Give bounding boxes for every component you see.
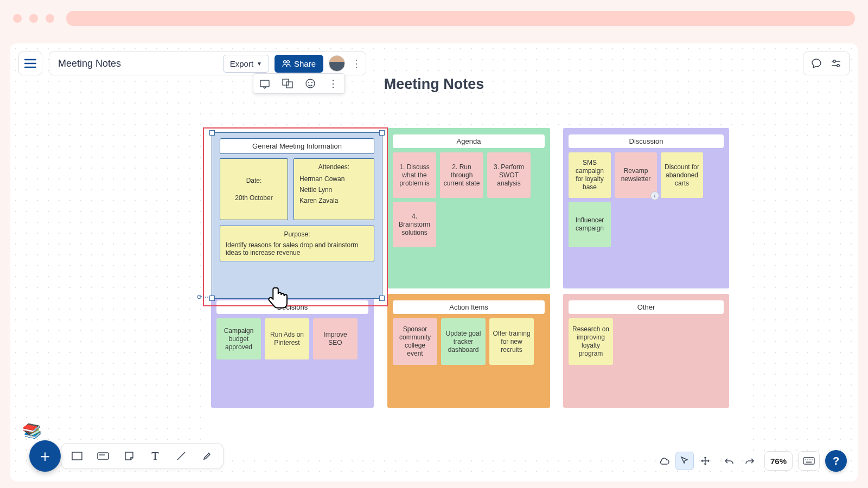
comments-button[interactable]	[808, 55, 825, 72]
document-title[interactable]: Meeting Notes	[58, 58, 218, 69]
agenda-note[interactable]: 2. Run through current state	[440, 152, 483, 198]
action-note[interactable]: Sponsor community college event	[393, 318, 437, 365]
attendees-cell[interactable]: Attendees: Herman Cowan Nettie Lynn Kare…	[293, 158, 374, 220]
export-label: Export	[230, 59, 253, 68]
share-button[interactable]: Share	[275, 55, 323, 73]
section-discussion[interactable]: Discussion SMS campaign for loyalty base…	[563, 128, 729, 288]
user-avatar[interactable]	[329, 55, 345, 72]
resize-handle-br[interactable]	[379, 296, 385, 301]
discussion-note[interactable]: Influencer campaign	[569, 202, 611, 247]
export-button[interactable]: Export ▼	[223, 55, 269, 73]
section-header: Other	[569, 300, 724, 314]
highlighter-icon	[201, 450, 213, 462]
traffic-light-zoom[interactable]	[46, 14, 54, 23]
action-note[interactable]: Update goal tracker dashboard	[441, 318, 486, 365]
svg-rect-11	[98, 453, 108, 459]
discussion-note[interactable]: Discount for abandoned carts	[661, 152, 703, 198]
discussion-note[interactable]: SMS campaign for loyalty base	[569, 152, 611, 198]
general-info-card[interactable]: ⟳⋯ General Meeting Information Date: 20t…	[212, 132, 382, 299]
svg-point-15	[805, 459, 806, 460]
redo-button[interactable]	[741, 452, 759, 470]
keyboard-shortcuts-button[interactable]	[798, 451, 820, 471]
keyboard-icon	[803, 457, 815, 465]
attendees-label: Attendees:	[299, 163, 368, 171]
attendee-name: Herman Cowan	[299, 175, 368, 183]
cursor-icon	[680, 456, 690, 466]
share-label: Share	[294, 59, 316, 68]
zoom-level[interactable]: 76%	[764, 451, 793, 471]
card-tool[interactable]	[93, 446, 113, 466]
other-note[interactable]: Research on improving loyalty program	[569, 318, 613, 365]
svg-point-3	[837, 65, 839, 67]
discussion-note[interactable]: Revamp newsletter i	[615, 152, 657, 198]
info-badge-icon[interactable]: i	[650, 191, 659, 200]
section-action-items[interactable]: Action Items Sponsor community college e…	[387, 294, 550, 408]
undo-icon	[724, 457, 735, 465]
traffic-light-close[interactable]	[13, 14, 22, 23]
speech-bubble-icon	[810, 57, 822, 69]
line-icon	[175, 450, 187, 462]
decision-note[interactable]: Run Ads on Pinterest	[265, 318, 309, 359]
question-icon: ?	[833, 455, 839, 467]
highlighter-tool[interactable]	[197, 446, 218, 466]
attendee-name: Karen Zavala	[299, 197, 368, 204]
sticky-note-tool[interactable]	[119, 446, 139, 466]
more-options-button[interactable]: ⋮	[350, 57, 362, 69]
general-info-header: General Meeting Information	[220, 138, 374, 154]
date-label: Date:	[226, 177, 282, 184]
svg-point-16	[807, 459, 808, 460]
resize-handle-bl[interactable]	[209, 296, 215, 301]
purpose-text: Identify reasons for sales drop and brai…	[226, 241, 368, 256]
section-header: Discussion	[569, 134, 724, 148]
main-menu-button[interactable]	[18, 52, 42, 75]
section-other[interactable]: Other Research on improving loyalty prog…	[563, 294, 729, 408]
move-icon	[700, 456, 710, 466]
decision-note[interactable]: Campaign budget approved	[216, 318, 261, 359]
agenda-note[interactable]: 3. Perform SWOT analysis	[487, 152, 531, 198]
line-tool[interactable]	[171, 446, 192, 466]
hamburger-icon	[24, 59, 36, 68]
sticky-note-icon	[124, 451, 135, 461]
purpose-label: Purpose:	[226, 230, 368, 238]
section-decisions[interactable]: Decisions Campaign budget approved Run A…	[211, 294, 374, 408]
cloud-sync-button[interactable]	[655, 452, 673, 470]
svg-point-1	[287, 61, 290, 63]
date-cell[interactable]: Date: 20th October	[220, 158, 288, 220]
app-window: Meeting Notes Export ▼ Share ⋮	[10, 43, 858, 481]
pan-mode-button[interactable]	[696, 452, 714, 470]
date-value: 20th October	[226, 194, 282, 202]
help-button[interactable]: ?	[825, 450, 847, 472]
add-button[interactable]: 📚 ＋	[29, 440, 61, 472]
svg-point-2	[833, 60, 835, 62]
decision-note[interactable]: Improve SEO	[313, 318, 358, 359]
resize-handle-tl[interactable]	[209, 130, 215, 136]
svg-line-13	[177, 452, 185, 460]
section-general-info-selected[interactable]: ⟳⋯ General Meeting Information Date: 20t…	[203, 127, 388, 306]
svg-point-18	[812, 459, 813, 460]
section-header: Action Items	[393, 300, 545, 314]
document-bar: Meeting Notes Export ▼ Share ⋮	[49, 52, 366, 75]
svg-rect-14	[803, 458, 814, 464]
attendee-name: Nettie Lynn	[299, 186, 368, 194]
rotate-handle[interactable]: ⟳⋯	[197, 293, 209, 301]
action-note[interactable]: Offer training for new recruits	[489, 318, 534, 365]
traffic-light-minimize[interactable]	[29, 14, 38, 23]
rectangle-icon	[71, 451, 83, 461]
section-agenda[interactable]: Agenda 1. Discuss what the problem is 2.…	[387, 128, 550, 288]
redo-icon	[744, 457, 755, 465]
settings-sliders-button[interactable]	[827, 55, 845, 72]
plus-icon: ＋	[37, 445, 53, 467]
chevron-down-icon: ▼	[257, 61, 262, 67]
text-tool[interactable]: T	[145, 446, 165, 466]
url-bar[interactable]	[66, 11, 855, 26]
undo-button[interactable]	[720, 452, 738, 470]
purpose-cell[interactable]: Purpose: Identify reasons for sales drop…	[220, 226, 374, 261]
agenda-note[interactable]: 4. Brainstorm solutions	[393, 202, 436, 247]
text-icon: T	[151, 449, 158, 463]
rectangle-tool[interactable]	[67, 446, 87, 466]
svg-rect-10	[72, 452, 82, 460]
agenda-note[interactable]: 1. Discuss what the problem is	[393, 152, 436, 198]
sliders-icon	[830, 57, 842, 69]
resize-handle-tr[interactable]	[379, 130, 385, 136]
select-mode-button[interactable]	[675, 452, 694, 470]
